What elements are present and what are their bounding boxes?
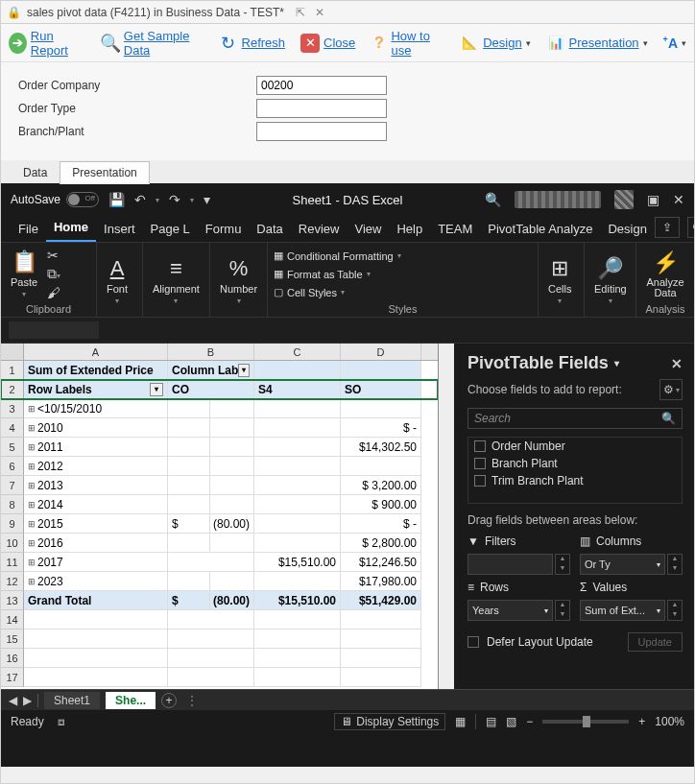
save-icon[interactable]: 💾 — [108, 192, 125, 207]
cell[interactable]: ⊞2014 — [24, 495, 168, 514]
sheet-tab-1[interactable]: Sheet1 — [44, 692, 100, 709]
ribbon-tab-data[interactable]: Data — [249, 216, 290, 242]
col-header-b[interactable]: B — [168, 344, 254, 360]
close-excel-icon[interactable]: ✕ — [673, 192, 684, 207]
ribbon-tab-review[interactable]: Review — [291, 216, 348, 242]
number-dropdown[interactable]: %Number▾ — [216, 256, 261, 305]
share-icon[interactable]: ⇪ — [655, 217, 680, 238]
select-all-cell[interactable] — [1, 344, 24, 360]
columns-area-box[interactable]: Or Ty▾ — [580, 554, 665, 575]
order-type-input[interactable] — [256, 99, 387, 118]
ribbon-tab-design[interactable]: Design — [600, 216, 654, 242]
row-labels-filter[interactable]: ▾ — [150, 383, 163, 396]
expand-icon[interactable]: ⊞ — [28, 481, 37, 490]
zoom-percent[interactable]: 100% — [655, 715, 684, 728]
comments-icon[interactable]: 💬 — [687, 217, 695, 238]
rows-stepper[interactable]: ▲▼ — [555, 600, 570, 621]
expand-icon[interactable]: ⊞ — [28, 577, 37, 586]
expand-icon[interactable]: ⊞ — [28, 538, 37, 548]
gear-icon[interactable]: ⚙▾ — [659, 379, 683, 400]
sheet-tab-2[interactable]: She... — [106, 692, 156, 709]
close-pane-icon[interactable]: ✕ — [671, 356, 683, 371]
name-box[interactable] — [9, 321, 99, 339]
cell[interactable]: ⊞2015 — [24, 514, 168, 534]
expand-icon[interactable]: ⊞ — [28, 423, 37, 433]
column-labels-filter[interactable]: ▾ — [238, 364, 250, 377]
cell-a1[interactable]: Sum of Extended Price — [24, 361, 168, 380]
update-button[interactable]: Update — [628, 632, 683, 652]
cell-a2[interactable]: Row Labels▾ — [24, 380, 168, 399]
expand-icon[interactable]: ⊞ — [28, 519, 37, 529]
ribbon-tab-insert[interactable]: Insert — [96, 216, 143, 242]
search-icon[interactable]: 🔍 — [485, 192, 501, 207]
page-layout-icon[interactable]: ▤ — [486, 715, 496, 728]
pivot-search-input[interactable]: Search🔍 — [467, 408, 683, 429]
cell[interactable]: ⊞2012 — [24, 457, 168, 476]
page-break-icon[interactable]: ▧ — [506, 715, 516, 728]
display-settings-button[interactable]: 🖥Display Settings — [334, 713, 445, 730]
expand-icon[interactable]: ⊞ — [28, 462, 37, 471]
font-dropdown[interactable]: AFont▾ — [103, 256, 132, 305]
values-stepper[interactable]: ▲▼ — [667, 600, 683, 621]
pivot-field-item[interactable]: Trim Branch Plant — [468, 472, 682, 489]
tab-close-icon[interactable]: ✕ — [315, 6, 324, 19]
ribbon-tab-home[interactable]: Home — [46, 214, 96, 242]
editing-dropdown[interactable]: 🔎Editing▾ — [590, 256, 631, 305]
cell-d2[interactable]: SO — [341, 380, 421, 399]
zoom-out-icon[interactable]: − — [526, 715, 533, 728]
cell-styles-button[interactable]: ▢ Cell Styles ▾ — [274, 286, 401, 298]
zoom-slider[interactable] — [542, 720, 629, 724]
filters-area-box[interactable] — [467, 554, 553, 575]
sheet-nav-prev[interactable]: ◀ — [9, 694, 17, 707]
font-size-button[interactable]: +A▾ — [663, 35, 686, 51]
vertical-scrollbar[interactable] — [439, 344, 454, 689]
undo-icon[interactable]: ↶ — [134, 192, 146, 207]
pivot-field-item[interactable]: Branch Plant — [468, 455, 682, 472]
design-dropdown[interactable]: 📐 Design▾ — [460, 34, 530, 53]
cell[interactable]: ⊞2010 — [24, 418, 168, 438]
analyze-data-button[interactable]: ⚡Analyze Data — [642, 250, 688, 298]
pivot-field-list[interactable]: Order Number Branch Plant Trim Branch Pl… — [467, 437, 683, 504]
how-to-use-button[interactable]: ? How to use — [371, 29, 444, 58]
add-sheet-icon[interactable]: + — [161, 693, 177, 708]
pin-icon[interactable]: ⇱ — [296, 6, 305, 19]
refresh-button[interactable]: ↻ Refresh — [219, 34, 286, 53]
cells-dropdown[interactable]: ⊞Cells▾ — [544, 256, 575, 305]
qa-custom-icon[interactable]: ▾ — [204, 192, 210, 207]
cell-d1[interactable] — [341, 361, 421, 380]
ribbon-tab-pivot-analyze[interactable]: PivotTable Analyze — [480, 216, 600, 242]
sheet-nav-next[interactable]: ▶ — [23, 694, 32, 707]
expand-icon[interactable]: ⊞ — [28, 500, 37, 510]
get-sample-data-button[interactable]: 🔍 Get Sample Data — [101, 29, 204, 58]
tab-data[interactable]: Data — [11, 161, 60, 184]
branch-plant-input[interactable] — [256, 122, 387, 141]
accessibility-icon[interactable]: ⧈ — [58, 715, 65, 728]
conditional-formatting-button[interactable]: ▦ Conditional Formatting ▾ — [274, 249, 401, 262]
presentation-dropdown[interactable]: 📊 Presentation▾ — [546, 34, 648, 53]
ribbon-tab-team[interactable]: TEAM — [430, 216, 480, 242]
redo-icon[interactable]: ↷ — [169, 192, 180, 207]
cell[interactable]: ⊞2016 — [24, 534, 168, 553]
expand-icon[interactable]: ⊞ — [28, 404, 37, 414]
values-area-box[interactable]: Sum of Ext...▾ — [580, 600, 665, 621]
tab-presentation[interactable]: Presentation — [60, 161, 149, 184]
window-mode-icon[interactable]: ▣ — [647, 192, 659, 207]
cell-grandtotal[interactable]: Grand Total — [24, 591, 168, 610]
cut-icon[interactable]: ✂ — [47, 248, 60, 263]
cell-c2[interactable]: S4 — [254, 380, 341, 399]
copy-icon[interactable]: ⧉▾ — [47, 266, 60, 282]
ribbon-tab-file[interactable]: File — [11, 216, 46, 242]
col-header-a[interactable]: A — [24, 344, 168, 360]
order-company-input[interactable] — [256, 76, 387, 95]
filters-stepper[interactable]: ▲▼ — [555, 554, 570, 575]
pivot-caret-icon[interactable]: ▾ — [614, 358, 619, 368]
zoom-in-icon[interactable]: + — [638, 715, 645, 728]
cell[interactable]: ⊞2023 — [24, 572, 168, 591]
ribbon-tab-view[interactable]: View — [347, 216, 389, 242]
col-header-c[interactable]: C — [254, 344, 341, 360]
expand-icon[interactable]: ⊞ — [28, 442, 37, 452]
run-report-button[interactable]: ➔ Run Report — [9, 29, 85, 58]
paste-button[interactable]: 📋Paste▾ — [7, 249, 41, 298]
autosave-toggle[interactable]: AutoSave Off — [11, 192, 99, 207]
cell[interactable]: ⊞<10/15/2010 — [24, 399, 168, 418]
